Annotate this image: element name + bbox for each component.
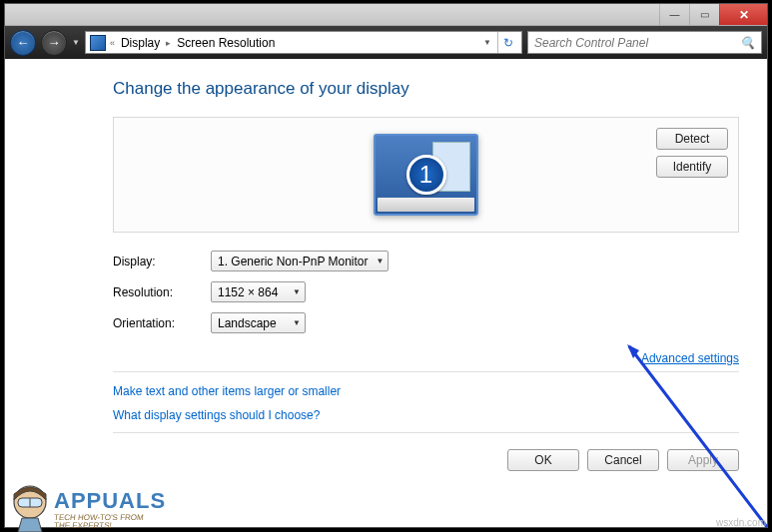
display-value: 1. Generic Non-PnP Monitor	[218, 255, 369, 268]
maximize-button[interactable]: ▭	[689, 4, 719, 25]
address-dropdown[interactable]: ▼	[479, 38, 495, 47]
breadcrumb-screen-resolution[interactable]: Screen Resolution	[175, 34, 277, 52]
back-button[interactable]: ←	[10, 30, 36, 56]
cancel-button[interactable]: Cancel	[587, 449, 659, 471]
detect-button[interactable]: Detect	[656, 128, 728, 150]
forward-button[interactable]: →	[41, 30, 67, 56]
display-label: Display:	[113, 255, 211, 268]
content-area: Change the appearance of your display 1 …	[5, 59, 767, 527]
watermark: wsxdn.com	[716, 517, 766, 528]
window-titlebar: — ▭ ✕	[5, 4, 767, 26]
breadcrumb-display[interactable]: Display	[119, 34, 162, 52]
monitor-number-badge: 1	[406, 155, 446, 195]
orientation-dropdown[interactable]: Landscape ▼	[211, 312, 306, 333]
close-button[interactable]: ✕	[719, 4, 767, 25]
orientation-value: Landscape	[218, 316, 277, 330]
monitor-taskbar-graphic	[378, 198, 474, 212]
control-panel-icon	[90, 35, 106, 51]
search-input[interactable]	[534, 36, 755, 50]
ok-button[interactable]: OK	[507, 449, 579, 471]
dialog-footer: OK Cancel Apply	[113, 445, 739, 471]
search-icon[interactable]: 🔍	[740, 36, 755, 50]
display-dropdown[interactable]: 1. Generic Non-PnP Monitor ▼	[211, 251, 388, 271]
divider	[113, 371, 739, 372]
minimize-button[interactable]: —	[659, 4, 689, 25]
resolution-label: Resolution:	[113, 285, 211, 299]
display-preview-box: 1 Detect Identify	[113, 117, 739, 233]
divider	[113, 432, 739, 433]
chevron-down-icon: ▼	[285, 318, 301, 327]
apply-button: Apply	[667, 449, 739, 471]
refresh-icon: ↻	[503, 36, 513, 50]
breadcrumb-sep-left: «	[110, 38, 115, 48]
nav-history-dropdown[interactable]: ▼	[72, 38, 80, 47]
advanced-settings-link[interactable]: Advanced settings	[641, 351, 739, 365]
nav-toolbar: ← → ▼ « Display ▸ Screen Resolution ▼ ↻ …	[5, 26, 767, 59]
help-link[interactable]: What display settings should I choose?	[113, 408, 739, 422]
resolution-dropdown[interactable]: 1152 × 864 ▼	[211, 281, 306, 302]
control-panel-window: — ▭ ✕ ← → ▼ « Display ▸ Screen Resolutio…	[4, 3, 768, 528]
text-size-link[interactable]: Make text and other items larger or smal…	[113, 384, 739, 398]
refresh-button[interactable]: ↻	[497, 32, 517, 53]
chevron-down-icon: ▼	[369, 257, 385, 266]
arrow-left-icon: ←	[17, 35, 30, 50]
chevron-down-icon: ▼	[285, 287, 301, 296]
resolution-value: 1152 × 864	[218, 285, 278, 299]
chevron-right-icon: ▸	[166, 38, 171, 48]
search-box[interactable]: 🔍	[527, 31, 762, 54]
orientation-label: Orientation:	[113, 316, 211, 330]
identify-button[interactable]: Identify	[656, 156, 728, 178]
page-title: Change the appearance of your display	[113, 79, 739, 99]
address-bar[interactable]: « Display ▸ Screen Resolution ▼ ↻	[85, 31, 522, 54]
arrow-right-icon: →	[48, 35, 61, 50]
monitor-illustration[interactable]: 1	[374, 134, 478, 216]
